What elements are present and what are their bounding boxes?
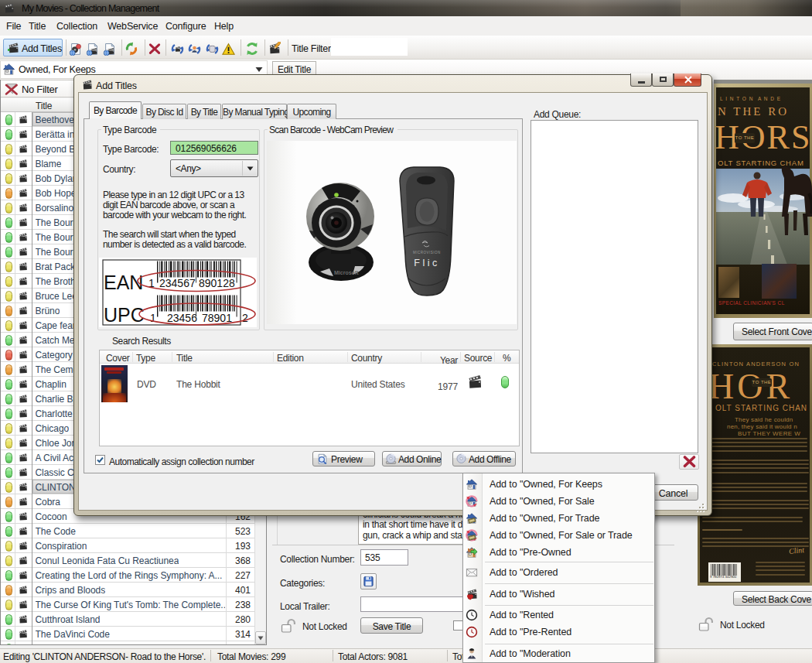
- svg-text:78901: 78901: [202, 312, 232, 324]
- svg-text:UPC: UPC: [104, 304, 145, 326]
- svg-text:Microsoft: Microsoft: [334, 270, 359, 275]
- svg-text:2: 2: [242, 312, 248, 324]
- svg-text:234567: 234567: [159, 277, 196, 289]
- svg-text:1: 1: [150, 312, 156, 324]
- svg-text:890128: 890128: [199, 277, 235, 289]
- svg-text:EAN: EAN: [104, 272, 143, 293]
- svg-text:Flic: Flic: [414, 258, 439, 268]
- svg-text:23456: 23456: [167, 312, 197, 324]
- svg-text:MICROVISION: MICROVISION: [413, 251, 441, 255]
